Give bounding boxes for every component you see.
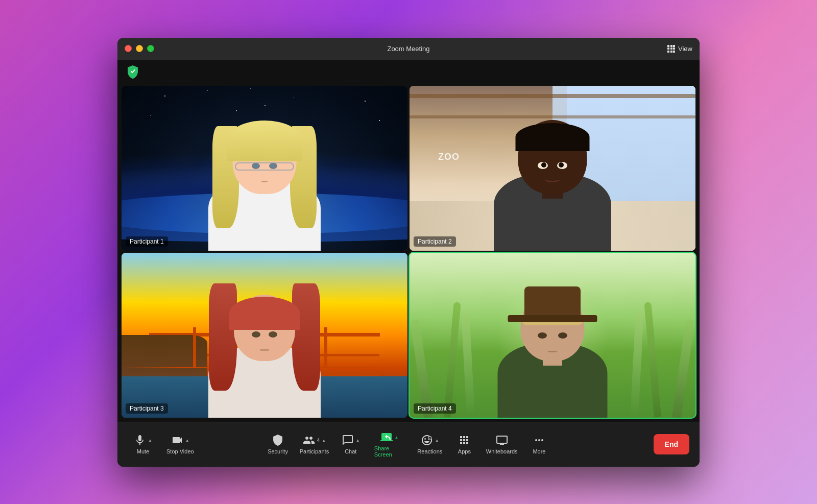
security-label: Security xyxy=(268,448,288,454)
apps-button[interactable]: Apps xyxy=(449,430,479,459)
view-label: View xyxy=(678,45,692,53)
avatar-dark xyxy=(460,102,645,251)
top-bar xyxy=(117,60,700,83)
apps-label: Apps xyxy=(458,448,471,454)
name-tag-3: Participant 3 xyxy=(126,403,168,414)
share-screen-button[interactable]: ▲ Share Screen xyxy=(368,427,411,462)
video-chevron: ▲ xyxy=(185,438,189,443)
apps-icon-wrap xyxy=(458,434,470,446)
mute-chevron: ▲ xyxy=(148,438,152,443)
chat-button[interactable]: ▲ Chat xyxy=(335,430,366,459)
toolbar-left: ▲ Mute ▲ Stop Video xyxy=(128,430,200,459)
whiteboards-label: Whiteboards xyxy=(486,448,518,454)
reactions-button[interactable]: + ▲ Reactions xyxy=(413,430,447,459)
video-cell-3[interactable]: Participant 3 xyxy=(122,253,407,418)
chat-icon-wrap: ▲ xyxy=(342,434,360,446)
share-screen-icon xyxy=(380,431,393,443)
security-shield-icon xyxy=(126,64,140,79)
video-grid: Participant 1 ZOO xyxy=(117,60,700,422)
name-tag-1: Participant 1 xyxy=(126,236,168,247)
more-icon-wrap xyxy=(533,434,545,446)
mute-icon-wrap: ▲ xyxy=(134,434,152,446)
name-tag-4: Participant 4 xyxy=(414,403,456,414)
video-cell-2[interactable]: ZOO xyxy=(410,86,695,251)
close-button[interactable] xyxy=(125,45,132,52)
stop-video-label: Stop Video xyxy=(166,448,194,454)
participants-icon-wrap: 4 ▲ xyxy=(303,434,326,446)
more-label: More xyxy=(533,448,545,454)
chat-icon xyxy=(342,434,354,446)
participants-icon xyxy=(303,434,315,446)
security-icon xyxy=(272,434,284,446)
grid-view-icon xyxy=(667,45,675,53)
reactions-chevron: ▲ xyxy=(435,438,439,443)
more-icon xyxy=(533,434,545,446)
security-icon-wrap xyxy=(272,434,284,446)
stop-video-icon-wrap: ▲ xyxy=(171,434,189,446)
video-cell-1[interactable]: Participant 1 xyxy=(122,86,407,251)
participants-label: Participants xyxy=(300,448,329,454)
avatar-blond xyxy=(172,102,357,251)
mute-label: Mute xyxy=(137,448,149,454)
avatar-cowboy xyxy=(460,269,645,418)
apps-icon xyxy=(458,434,470,446)
toolbar-right: End xyxy=(654,434,689,454)
more-button[interactable]: More xyxy=(524,430,555,459)
share-chevron: ▲ xyxy=(395,435,399,440)
minimize-button[interactable] xyxy=(136,45,143,52)
whiteboards-icon-wrap xyxy=(496,434,508,446)
svg-text:+: + xyxy=(429,437,430,440)
participants-chevron: ▲ xyxy=(322,438,326,443)
toolbar: ▲ Mute ▲ Stop Video xyxy=(117,422,700,467)
whiteboards-icon xyxy=(496,434,508,446)
chat-label: Chat xyxy=(345,448,356,454)
stop-video-button[interactable]: ▲ Stop Video xyxy=(160,430,200,459)
titlebar: Zoom Meeting View xyxy=(117,38,700,60)
zoom-window: Zoom Meeting View xyxy=(117,38,700,467)
security-button[interactable]: Security xyxy=(262,430,293,459)
name-tag-2: Participant 2 xyxy=(414,236,456,247)
whiteboards-button[interactable]: Whiteboards xyxy=(482,430,522,459)
content-area: Participant 1 ZOO xyxy=(117,60,700,422)
avatar-redhead xyxy=(172,269,357,418)
reactions-icon: + xyxy=(421,434,433,446)
mute-button[interactable]: ▲ Mute xyxy=(128,430,158,459)
microphone-icon xyxy=(134,434,146,446)
participants-button[interactable]: 4 ▲ Participants xyxy=(295,430,333,459)
reactions-label: Reactions xyxy=(417,448,442,454)
maximize-button[interactable] xyxy=(147,45,154,52)
share-screen-label: Share Screen xyxy=(374,445,404,458)
participants-count: 4 xyxy=(317,438,320,443)
traffic-lights xyxy=(125,45,154,52)
share-screen-icon-wrap: ▲ xyxy=(380,431,399,443)
reactions-icon-wrap: + ▲ xyxy=(421,434,439,446)
zoom-office-logo: ZOO xyxy=(438,152,460,162)
end-button[interactable]: End xyxy=(654,434,689,454)
camera-icon xyxy=(171,434,183,446)
window-title: Zoom Meeting xyxy=(387,45,429,53)
chat-chevron: ▲ xyxy=(356,438,360,443)
toolbar-center: Security 4 ▲ Participants xyxy=(262,427,555,462)
video-cell-4[interactable]: Participant 4 xyxy=(410,253,695,418)
view-button[interactable]: View xyxy=(667,45,692,53)
